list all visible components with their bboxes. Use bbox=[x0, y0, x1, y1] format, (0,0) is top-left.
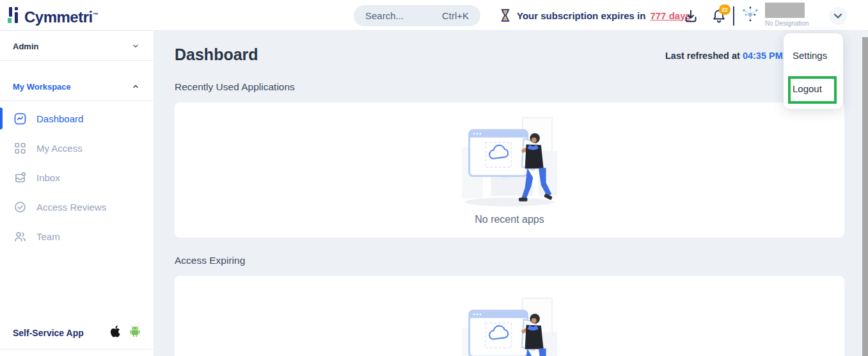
main-content: Dashboard Last refreshed at 04:35 PM, Re… bbox=[154, 31, 868, 356]
menu-item-settings[interactable]: Settings bbox=[793, 50, 827, 61]
chevron-down-icon bbox=[132, 42, 139, 50]
sidebar-section-workspace-label: My Workspace bbox=[13, 82, 71, 92]
sidebar-divider bbox=[0, 60, 154, 61]
page-scrollbar[interactable] bbox=[862, 31, 868, 356]
avatar-network-icon bbox=[741, 5, 760, 24]
sidebar-item-label: Dashboard bbox=[36, 113, 83, 124]
user-designation: No Designation bbox=[765, 20, 809, 27]
download-button[interactable] bbox=[683, 8, 698, 24]
logo-text: Cymmetri™ bbox=[24, 5, 98, 27]
logo-mark-icon bbox=[8, 5, 22, 24]
header-divider bbox=[733, 6, 734, 26]
recent-apps-heading: Recently Used Applications bbox=[175, 81, 844, 93]
scrollbar-thumb[interactable] bbox=[862, 37, 868, 356]
search-shortcut-hint: Ctrl+K bbox=[442, 10, 469, 21]
sidebar-item-label: My Access bbox=[36, 143, 83, 154]
apple-icon bbox=[110, 325, 120, 337]
chevron-down-icon bbox=[832, 10, 844, 22]
recent-apps-card: No recent apps bbox=[175, 102, 844, 238]
search-input[interactable]: Search... Ctrl+K bbox=[354, 5, 480, 26]
sidebar: Admin My Workspace Dashboard My Access bbox=[0, 31, 154, 356]
android-icon bbox=[129, 325, 141, 337]
sidebar-item-label: Inbox bbox=[36, 172, 60, 183]
team-icon bbox=[14, 231, 26, 243]
sidebar-item-access-reviews[interactable]: Access Reviews bbox=[0, 195, 154, 219]
menu-item-logout[interactable]: Logout bbox=[793, 83, 822, 94]
sidebar-section-workspace[interactable]: My Workspace bbox=[0, 79, 154, 94]
sidebar-item-team[interactable]: Team bbox=[0, 224, 154, 248]
user-profile[interactable]: No Designation bbox=[765, 3, 809, 27]
sidebar-item-label: Team bbox=[36, 231, 60, 242]
sidebar-item-my-access[interactable]: My Access bbox=[0, 136, 154, 160]
sidebar-divider bbox=[0, 101, 154, 101]
user-dropdown-menu: Settings Logout bbox=[784, 33, 843, 109]
sidebar-item-inbox[interactable]: Inbox bbox=[0, 165, 154, 190]
notifications-button[interactable]: 22 bbox=[711, 8, 727, 24]
sidebar-section-admin-label: Admin bbox=[13, 42, 38, 51]
user-name-redacted bbox=[765, 3, 805, 18]
grid-icon bbox=[14, 142, 26, 154]
last-refreshed-label: Last refreshed at bbox=[665, 51, 740, 61]
access-expiring-heading: Access Expiring bbox=[175, 255, 844, 266]
app-logo[interactable]: Cymmetri™ bbox=[8, 5, 98, 27]
user-menu-toggle[interactable] bbox=[829, 7, 847, 25]
empty-state-illustration bbox=[457, 115, 562, 211]
chevron-up-icon bbox=[132, 83, 139, 90]
empty-state-caption: No recent apps bbox=[475, 214, 544, 225]
search-placeholder: Search... bbox=[365, 10, 404, 21]
trademark-symbol: ™ bbox=[93, 12, 99, 18]
sidebar-item-label: Access Reviews bbox=[36, 202, 106, 213]
activity-icon bbox=[14, 113, 26, 125]
sidebar-section-admin[interactable]: Admin bbox=[0, 38, 154, 54]
last-refreshed-status: Last refreshed at 04:35 PM, bbox=[665, 51, 785, 61]
notification-count-badge: 22 bbox=[719, 4, 730, 15]
access-expiring-card bbox=[175, 276, 844, 356]
last-refreshed-time: 04:35 PM, bbox=[743, 51, 785, 61]
sidebar-item-dashboard[interactable]: Dashboard bbox=[0, 106, 154, 131]
self-service-app-link[interactable]: Self-Service App bbox=[13, 328, 84, 338]
top-header: Cymmetri™ Search... Ctrl+K Your subscrip… bbox=[0, 0, 868, 31]
empty-state-illustration bbox=[457, 296, 562, 356]
hourglass-icon bbox=[498, 8, 512, 22]
inbox-icon bbox=[14, 172, 26, 184]
badge-check-icon bbox=[14, 201, 26, 213]
android-store-link[interactable] bbox=[129, 325, 141, 340]
apple-store-link[interactable] bbox=[110, 325, 120, 340]
subscription-text: Your subscription expires in bbox=[517, 10, 645, 21]
sidebar-footer: Self-Service App bbox=[0, 325, 154, 350]
subscription-warning: Your subscription expires in 777 days bbox=[498, 8, 691, 22]
download-icon bbox=[683, 8, 698, 24]
